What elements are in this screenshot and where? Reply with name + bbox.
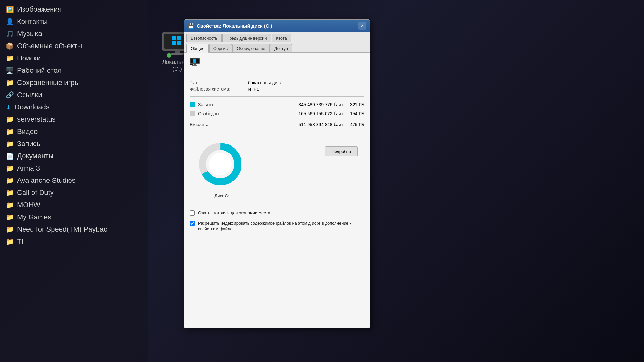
- svg-rect-6: [175, 51, 180, 53]
- type-label: Тип:: [190, 80, 248, 85]
- sidebar-label-contacts: Контакты: [17, 17, 48, 26]
- svg-rect-2: [172, 36, 176, 40]
- free-color-box: [190, 111, 195, 116]
- dialog-content: Тип: Локальный диск Файловая система: NT…: [184, 53, 370, 328]
- sidebar-label-mohw: MOHW: [17, 201, 40, 209]
- type-value: Локальный диск: [248, 80, 281, 85]
- sidebar-label-music: Музыка: [17, 30, 42, 38]
- free-bytes: 165 569 155 072 байт: [230, 111, 343, 116]
- sidebar-item-nfs[interactable]: 📁Need for Speed(TM) Paybac: [0, 223, 148, 236]
- sidebar-label-serverstatus: serverstatus: [17, 115, 56, 124]
- sidebar-item-searches[interactable]: 📁Поиски: [0, 52, 148, 64]
- tab-hardware[interactable]: Оборудование: [232, 44, 269, 52]
- sidebar-item-mygames[interactable]: 📁My Games: [0, 211, 148, 223]
- sidebar-item-mohw[interactable]: 📁MOHW: [0, 199, 148, 211]
- sidebar-icon-mygames: 📁: [6, 213, 14, 221]
- svg-rect-4: [172, 41, 176, 45]
- capacity-gb: 475 ГБ: [343, 122, 364, 127]
- tab-service[interactable]: Сервис: [209, 44, 232, 52]
- used-color-box: [190, 102, 195, 107]
- sidebar-icon-desktop: 🖥️: [6, 67, 14, 74]
- sidebar-item-record[interactable]: 📁Запись: [0, 138, 148, 150]
- drive-name-row: [190, 58, 364, 73]
- drive-status-dot: [167, 53, 171, 58]
- filesystem-value: NTFS: [248, 87, 260, 92]
- used-label: Занято:: [198, 102, 230, 107]
- sidebar-item-images[interactable]: 🖼️Изображения: [0, 3, 148, 15]
- donut-chart: [196, 140, 248, 191]
- sidebar-label-callofduty: Call of Duty: [17, 189, 54, 197]
- sidebar-icon-contacts: 👤: [6, 18, 14, 25]
- compress-label: Сжать этот диск для экономии места: [198, 210, 364, 216]
- index-checkbox-row: Разрешить индексировать содержимое файло…: [190, 220, 364, 232]
- disk-label: Диск С:: [215, 193, 229, 198]
- sidebar-label-nfs: Need for Speed(TM) Paybac: [17, 225, 107, 234]
- svg-point-20: [209, 153, 232, 175]
- tab-general[interactable]: Общие: [186, 44, 209, 53]
- drive-small-icon: [190, 58, 200, 69]
- dialog-close-button[interactable]: ×: [358, 22, 366, 30]
- sidebar-label-mygames: My Games: [17, 213, 51, 221]
- sidebar: 🖼️Изображения👤Контакты🎵Музыка📦Объемные о…: [0, 0, 148, 362]
- svg-rect-7: [171, 53, 184, 55]
- properties-dialog: 💾 Свойства: Локальный диск (C:) × Безопа…: [184, 19, 370, 328]
- sidebar-label-images: Изображения: [17, 5, 62, 14]
- svg-rect-5: [177, 41, 181, 45]
- sidebar-item-video[interactable]: 📁Видео: [0, 125, 148, 138]
- sidebar-label-avalanche: Avalanche Studios: [17, 176, 76, 185]
- sidebar-label-desktop: Рабочий стол: [17, 66, 62, 75]
- index-label: Разрешить индексировать содержимое файло…: [198, 220, 364, 232]
- sidebar-item-downloads[interactable]: ⬇Downloads: [0, 101, 148, 113]
- sidebar-icon-documents: 📄: [6, 152, 14, 160]
- svg-rect-14: [194, 64, 196, 65]
- svg-rect-10: [193, 59, 194, 61]
- free-label: Свободно:: [198, 111, 230, 116]
- sidebar-item-avalanche[interactable]: 📁Avalanche Studios: [0, 174, 148, 187]
- sidebar-icon-record: 📁: [6, 140, 14, 148]
- sidebar-item-serverstatus[interactable]: 📁serverstatus: [0, 113, 148, 125]
- svg-rect-11: [194, 59, 196, 61]
- tab-prev-versions[interactable]: Предыдущие версии: [222, 34, 271, 42]
- sidebar-label-savedgames: Сохраненные игры: [17, 79, 80, 87]
- sidebar-item-desktop[interactable]: 🖥️Рабочий стол: [0, 64, 148, 77]
- tabs-row-bottom: Общие Сервис Оборудование Доступ: [184, 42, 370, 52]
- tab-security[interactable]: Безопасность: [186, 34, 222, 42]
- sidebar-icon-savedgames: 📁: [6, 79, 14, 87]
- sidebar-item-3dobjects[interactable]: 📦Объемные объекты: [0, 40, 148, 52]
- tab-quota[interactable]: Квота: [272, 34, 291, 42]
- sidebar-item-arma3[interactable]: 📁Arma 3: [0, 162, 148, 174]
- capacity-row: Емкость: 511 058 894 848 байт 475 ГБ: [190, 120, 364, 127]
- dialog-drive-icon: 💾: [188, 23, 194, 29]
- type-row: Тип: Локальный диск: [190, 80, 364, 85]
- sidebar-label-searches: Поиски: [17, 54, 41, 62]
- sidebar-icon-callofduty: 📁: [6, 189, 14, 197]
- sidebar-label-documents: Документы: [17, 152, 53, 160]
- tab-access[interactable]: Доступ: [270, 44, 292, 52]
- svg-rect-3: [177, 36, 181, 40]
- svg-rect-17: [190, 64, 193, 65]
- sidebar-icon-downloads: ⬇: [6, 103, 11, 111]
- sidebar-item-documents[interactable]: 📄Документы: [0, 150, 148, 162]
- usage-section: Занято: 345 489 739 776 байт 321 ГБ Своб…: [190, 99, 364, 134]
- used-gb: 321 ГБ: [343, 102, 364, 107]
- drive-name-input[interactable]: [203, 60, 364, 67]
- index-checkbox[interactable]: [190, 221, 195, 226]
- sidebar-item-contacts[interactable]: 👤Контакты: [0, 15, 148, 28]
- capacity-bytes: 511 058 894 848 байт: [231, 122, 343, 127]
- sidebar-item-ti[interactable]: 📁TI: [0, 236, 148, 248]
- filesystem-row: Файловая система: NTFS: [190, 87, 364, 92]
- sidebar-label-3dobjects: Объемные объекты: [17, 42, 82, 50]
- svg-rect-13: [194, 61, 196, 63]
- used-row: Занято: 345 489 739 776 байт 321 ГБ: [190, 102, 364, 107]
- checkbox-section: Сжать этот диск для экономии места Разре…: [190, 209, 364, 238]
- used-bytes: 345 489 739 776 байт: [230, 102, 343, 107]
- sidebar-icon-nfs: 📁: [6, 226, 14, 233]
- sidebar-item-savedgames[interactable]: 📁Сохраненные игры: [0, 77, 148, 89]
- info-section: Тип: Локальный диск Файловая система: NT…: [190, 77, 364, 97]
- sidebar-item-callofduty[interactable]: 📁Call of Duty: [0, 187, 148, 199]
- sidebar-item-links[interactable]: 🔗Ссылки: [0, 89, 148, 101]
- details-button[interactable]: Подробно: [325, 146, 358, 156]
- compress-checkbox[interactable]: [190, 210, 195, 216]
- filesystem-label: Файловая система:: [190, 87, 248, 92]
- sidebar-item-music[interactable]: 🎵Музыка: [0, 28, 148, 40]
